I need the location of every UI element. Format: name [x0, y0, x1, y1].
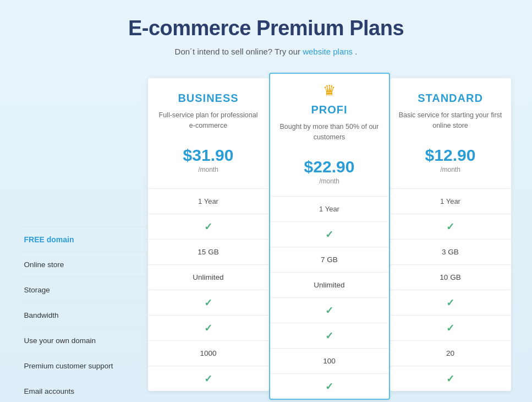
- crown-icon: ♛: [323, 82, 336, 99]
- plan-period-profi: /month: [319, 177, 339, 185]
- plan-row-business-analytics: ✓: [148, 366, 269, 391]
- website-plans-link[interactable]: website plans: [303, 47, 353, 56]
- plan-row-profi-store: ✓: [270, 221, 389, 247]
- plan-row-profi-domain: 1 Year: [270, 196, 389, 221]
- plan-row-profi-own-domain: ✓: [270, 297, 389, 323]
- check-icon: ✓: [204, 297, 212, 309]
- plan-card-standard: STANDARD Basic service for starting your…: [390, 78, 511, 391]
- check-icon: ✓: [204, 373, 212, 385]
- plan-price-standard: $12.90: [425, 147, 476, 164]
- plan-price-profi: $22.90: [304, 159, 355, 175]
- plan-header-standard: STANDARD Basic service for starting your…: [390, 78, 511, 188]
- plan-card-business: BUSINESS Full-service plan for professio…: [148, 78, 269, 391]
- feature-row-support: Premium customer support: [21, 354, 148, 379]
- feature-row-storage: Storage: [21, 278, 148, 303]
- subtitle-end: .: [355, 47, 357, 56]
- plan-desc-business: Full-service plan for professional e-com…: [156, 110, 261, 139]
- plan-row-profi-analytics: ✓: [270, 373, 389, 399]
- page-container: E-commerce Premium Plans Don´t intend to…: [0, 0, 532, 402]
- plan-period-standard: /month: [440, 166, 460, 173]
- plan-row-profi-support: ✓: [270, 323, 389, 348]
- plan-row-standard-bandwidth: 10 GB: [390, 264, 511, 290]
- plan-desc-profi: Bought by more than 50% of our customers: [278, 122, 381, 150]
- page-subtitle: Don´t intend to sell online? Try our web…: [11, 47, 521, 56]
- plan-row-standard-storage: 3 GB: [390, 239, 511, 264]
- check-icon: ✓: [204, 322, 212, 334]
- plan-header-profi: ♛ PROFI Bought by more than 50% of our c…: [270, 74, 389, 196]
- check-icon: ✓: [325, 330, 333, 342]
- plan-row-standard-domain: 1 Year: [390, 188, 511, 214]
- check-icon: ✓: [204, 221, 212, 233]
- check-icon: ✓: [325, 229, 333, 241]
- feature-row-free-domain: FREE domain: [21, 227, 148, 252]
- plan-row-business-domain: 1 Year: [148, 188, 269, 214]
- plan-row-business-own-domain: ✓: [148, 290, 269, 315]
- plan-name-profi: PROFI: [311, 104, 347, 116]
- plan-row-business-storage: 15 GB: [148, 239, 269, 264]
- check-icon: ✓: [446, 373, 454, 385]
- plan-name-standard: STANDARD: [418, 92, 483, 105]
- plan-row-standard-analytics: ✓: [390, 366, 511, 391]
- subtitle-text: Don´t intend to sell online? Try our: [175, 47, 303, 56]
- check-icon: ✓: [325, 381, 333, 393]
- check-icon: ✓: [325, 305, 333, 317]
- feature-row-bandwidth: Bandwidth: [21, 303, 148, 328]
- plan-row-business-bandwidth: Unlimited: [148, 264, 269, 290]
- feature-row-own-domain: Use your own domain: [21, 328, 148, 354]
- plan-row-standard-store: ✓: [390, 214, 511, 239]
- plans-wrapper: FREE domain Online store Storage Bandwid…: [11, 78, 521, 402]
- plan-row-profi-email: 100: [270, 348, 389, 373]
- check-icon: ✓: [446, 297, 454, 309]
- plan-row-business-support: ✓: [148, 315, 269, 340]
- plan-desc-standard: Basic service for starting your first on…: [398, 110, 503, 139]
- plan-row-standard-email: 20: [390, 340, 511, 366]
- plan-row-standard-own-domain: ✓: [390, 290, 511, 315]
- plan-row-profi-storage: 7 GB: [270, 247, 389, 272]
- feature-row-email-accounts: Email accounts: [21, 379, 148, 402]
- plan-name-business: BUSINESS: [178, 92, 238, 105]
- check-icon: ✓: [446, 221, 454, 233]
- plan-header-business: BUSINESS Full-service plan for professio…: [148, 78, 269, 188]
- features-column: FREE domain Online store Storage Bandwid…: [21, 78, 148, 402]
- plan-card-profi: ♛ PROFI Bought by more than 50% of our c…: [269, 73, 390, 400]
- plan-row-profi-bandwidth: Unlimited: [270, 272, 389, 297]
- page-title: E-commerce Premium Plans: [11, 17, 521, 40]
- feature-row-online-store: Online store: [21, 252, 148, 278]
- plan-row-standard-support: ✓: [390, 315, 511, 340]
- check-icon: ✓: [446, 322, 454, 334]
- plan-row-business-email: 1000: [148, 340, 269, 366]
- plan-period-business: /month: [198, 166, 218, 173]
- plan-price-business: $31.90: [183, 147, 234, 164]
- plan-row-business-store: ✓: [148, 214, 269, 239]
